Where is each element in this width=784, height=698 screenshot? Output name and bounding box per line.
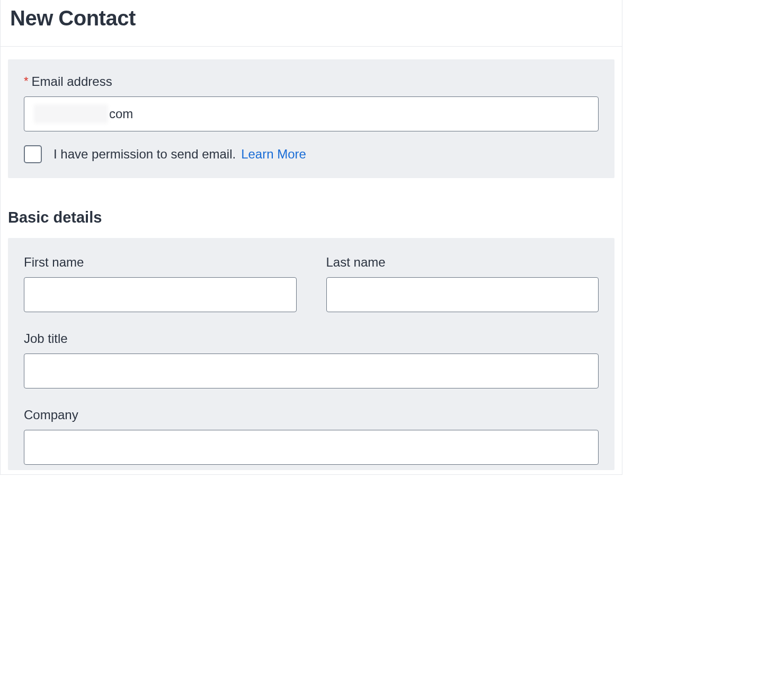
company-input[interactable] xyxy=(24,430,599,465)
first-name-group: First name xyxy=(24,255,297,312)
job-title-label: Job title xyxy=(24,331,599,346)
learn-more-link[interactable]: Learn More xyxy=(241,147,306,162)
permission-text: I have permission to send email. xyxy=(54,147,236,162)
permission-checkbox[interactable] xyxy=(24,145,42,163)
job-title-group: Job title xyxy=(24,331,599,388)
page-header: New Contact xyxy=(1,0,622,47)
email-redacted-icon xyxy=(34,104,108,123)
company-label: Company xyxy=(24,408,599,422)
first-name-input[interactable] xyxy=(24,277,297,312)
permission-row: I have permission to send email. Learn M… xyxy=(24,145,599,163)
email-panel: *Email address com I have permission to … xyxy=(8,59,614,178)
email-suffix: com xyxy=(109,107,133,121)
email-label-text: Email address xyxy=(32,74,112,89)
last-name-group: Last name xyxy=(326,255,599,312)
job-title-input[interactable] xyxy=(24,354,599,388)
name-row: First name Last name xyxy=(24,255,599,312)
email-input[interactable]: com xyxy=(24,96,599,131)
required-indicator-icon: * xyxy=(24,74,29,87)
basic-details-panel: First name Last name Job title Company xyxy=(8,238,614,470)
new-contact-form: New Contact *Email address com I have pe… xyxy=(0,0,622,475)
basic-details-title: Basic details xyxy=(8,209,622,226)
last-name-label: Last name xyxy=(326,255,599,270)
last-name-input[interactable] xyxy=(326,277,599,312)
page-title: New Contact xyxy=(10,6,612,30)
first-name-label: First name xyxy=(24,255,297,270)
company-group: Company xyxy=(24,408,599,465)
email-label: *Email address xyxy=(24,74,599,89)
